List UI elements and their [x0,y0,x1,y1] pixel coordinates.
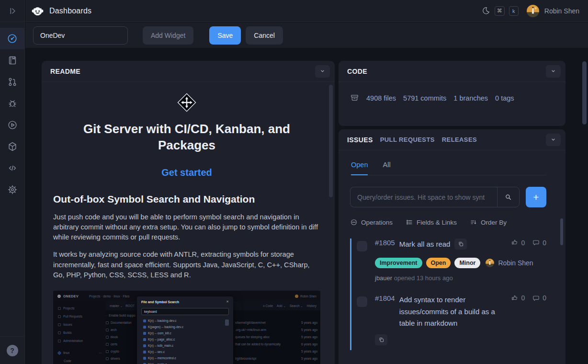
onedev-robot-logo-icon [31,4,44,17]
issues-content: Open All + Operations [339,150,565,345]
screenshot-modal-close-icon: ✕ [226,300,229,304]
copy-issue-button[interactable] [454,239,467,250]
onedev-app: ? Dashboards ⌘ k Robin Shen Add Widget S… [0,0,588,364]
readme-subheading: Out-of-box Symbol Search and Navigation [53,193,320,205]
issue-number[interactable]: #1805 [375,239,395,247]
label-open[interactable]: Open [426,258,451,268]
sidebar-item-pull-requests[interactable] [0,71,25,92]
copy-icon [378,337,384,343]
label-improvement[interactable]: Improvement [375,258,422,268]
save-button[interactable]: Save [209,26,241,45]
sidebar-item-packages[interactable] [0,136,25,157]
sidebar-expand-button[interactable] [0,0,25,22]
dark-mode-moon-icon[interactable] [481,6,490,15]
issue-likes[interactable]: 0 [510,294,525,302]
screenshot-result-item: K(x) -- node.c [141,361,229,364]
dashboard-name-input[interactable] [33,26,128,45]
issue-meta: jbauer opened 13 hours ago [375,274,565,282]
assignee-name[interactable]: Robin Shen [498,259,533,267]
tags-count[interactable]: 0 tags [495,94,514,102]
code-widget-title: CODE [347,68,367,75]
issue-row-1804: #1804 Add syntax to render issues/commit… [357,294,565,345]
readme-widget: README [42,61,335,364]
code-widget-header: CODE [339,61,565,82]
screenshot-modal-title: File and Symbol Search [141,300,179,304]
onedev-diamond-logo-icon [53,91,320,114]
new-issue-button[interactable]: + [526,187,546,207]
page-title: Dashboards [49,7,91,15]
readme-content: Git Server with CI/CD, Kanban, and Packa… [42,82,335,364]
releases-tab-link[interactable]: RELEASES [442,136,477,143]
operations-menu[interactable]: Operations [350,218,393,226]
issue-main: #1805 Mark all as read 0 [375,239,565,282]
label-minor[interactable]: Minor [454,258,480,268]
issue-main: #1804 Add syntax to render issues/commit… [375,294,565,345]
assignee-avatar[interactable] [486,259,494,267]
issues-tabs: Open All [350,161,546,175]
kbd-k-key: k [509,6,519,16]
reporter-name[interactable]: jbauer [375,274,392,282]
sidebar-item-dashboards[interactable] [0,28,25,49]
cancel-button[interactable]: Cancel [246,26,283,45]
issue-number[interactable]: #1804 [375,294,395,302]
readme-paragraph-1: Just push code and you will be able to p… [53,212,320,243]
issues-widget-menu-button[interactable] [546,134,561,146]
issue-likes[interactable]: 0 [510,239,525,247]
chevron-down-icon [550,136,557,143]
issue-comments[interactable]: 0 [532,294,546,302]
issues-tab-link[interactable]: ISSUES [347,136,373,144]
page-scrollbar[interactable] [582,61,587,125]
book-icon [7,55,18,66]
issue-comments[interactable]: 0 [532,239,546,247]
pull-requests-tab-link[interactable]: PULL REQUESTS [380,136,435,143]
tab-open[interactable]: Open [351,161,368,175]
copy-icon [458,241,464,247]
fields-links-menu[interactable]: Fields & Links [406,218,457,226]
thumbs-up-icon [510,239,519,247]
tab-all[interactable]: All [383,161,390,175]
screenshot-result-item: K(x) -- memcontrol.c [141,355,229,361]
issue-labels: Improvement Open Minor Robin Shen [375,258,565,268]
dashboard-toolbar: Add Widget Save Cancel [25,23,588,48]
readme-widget-menu-button[interactable] [315,65,330,78]
screenshot-result-item: K(pages) -- backing-dev.c [141,324,229,330]
code-icon [7,163,18,173]
user-avatar[interactable] [527,5,539,17]
screenshot-modal-search-input: keyboard [141,308,229,315]
commits-count[interactable]: 5791 commits [403,94,446,102]
branches-count[interactable]: 1 branches [453,94,488,102]
screenshot-result-item: K(x) -- sec.c [141,349,229,355]
topbar-right: ⌘ k Robin Shen [481,5,579,17]
copy-issue-button[interactable] [375,334,387,345]
add-widget-button[interactable]: Add Widget [143,26,193,45]
issue-checkbox[interactable] [357,296,367,307]
comment-icon [532,239,540,247]
issue-title-link[interactable]: Add syntax to render issues/commits of a… [399,294,510,330]
sidebar-item-builds[interactable] [0,114,25,136]
sort-icon [470,218,477,226]
sidebar-item-issues[interactable] [0,92,25,114]
files-count[interactable]: 4908 files [366,94,396,102]
issues-query-input[interactable] [350,187,497,207]
issue-title-link[interactable]: Mark all as read [399,239,451,250]
get-started-link[interactable]: Get started [53,167,320,178]
user-name[interactable]: Robin Shen [544,7,579,15]
topbar: Dashboards ⌘ k Robin Shen [25,0,588,22]
sidebar-nav [0,28,25,200]
help-button[interactable]: ? [7,345,18,356]
readme-scrollbar[interactable] [329,85,333,197]
code-widget: CODE 4908 files 5791 commits 1 branches … [339,61,565,126]
sidebar-item-administration[interactable] [0,179,25,200]
readme-widget-title: README [50,68,80,75]
archive-icon [350,93,359,102]
code-widget-menu-button[interactable] [546,65,561,78]
sidebar-item-projects[interactable] [0,49,25,71]
issue-checkbox[interactable] [357,241,367,251]
issues-search-button[interactable] [497,187,520,207]
gear-icon [7,184,18,195]
order-by-menu[interactable]: Order By [470,218,507,226]
readme-paragraph-2: It works by analyzing source code with A… [53,250,320,280]
issues-filter-row: Operations Fields & Links Order By [350,218,565,226]
sidebar-item-code[interactable] [0,157,25,179]
screenshot-result-item: K(x) -- oom_kill.c [141,330,229,336]
